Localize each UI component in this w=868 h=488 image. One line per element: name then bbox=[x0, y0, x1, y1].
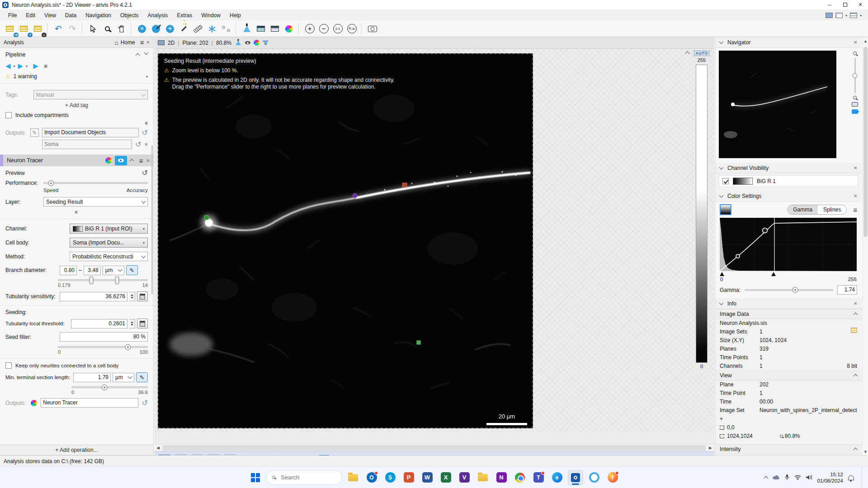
scroll-down-icon[interactable]: ▼ bbox=[863, 448, 868, 455]
edge-icon[interactable]: e bbox=[549, 470, 565, 485]
pipeline-forward-button[interactable]: ▶ bbox=[18, 62, 24, 70]
redo-button[interactable]: ↷ bbox=[66, 22, 79, 36]
minimize-button[interactable]: ─ bbox=[822, 0, 837, 10]
hidden-icons-chevron[interactable] bbox=[764, 475, 768, 480]
zoom-in-button[interactable]: + bbox=[303, 22, 316, 36]
branch-min-input[interactable]: 0.80 bbox=[60, 266, 77, 275]
file-explorer-icon[interactable] bbox=[345, 470, 361, 485]
seed-marker-purple[interactable] bbox=[353, 193, 357, 198]
snapshot-button[interactable] bbox=[366, 22, 379, 36]
navigator-zoom-out-icon[interactable] bbox=[853, 96, 857, 99]
method-select[interactable]: Probabilistic Reconstructi bbox=[70, 252, 148, 261]
start-button[interactable] bbox=[248, 470, 263, 485]
add-operation-button[interactable]: + Add operation... bbox=[0, 445, 153, 455]
menu-analysis[interactable]: Analysis bbox=[143, 11, 173, 20]
menu-objects[interactable]: Objects bbox=[116, 11, 143, 20]
taskbar-search[interactable] bbox=[266, 470, 342, 485]
soma-remove-icon[interactable]: × bbox=[144, 141, 148, 148]
menu-data[interactable]: Data bbox=[61, 11, 81, 20]
back-caret-icon[interactable]: ▾ bbox=[14, 64, 15, 68]
tab-color-icon[interactable] bbox=[254, 40, 259, 46]
channel-visibility-close-icon[interactable]: × bbox=[854, 164, 857, 171]
color-settings-button[interactable] bbox=[282, 22, 296, 36]
color-settings-close-icon[interactable]: × bbox=[854, 192, 857, 199]
info-close-icon[interactable]: × bbox=[854, 300, 857, 307]
tab-analysis-flask-icon[interactable] bbox=[236, 40, 241, 45]
excel-icon[interactable]: X bbox=[438, 470, 453, 485]
operation-expand-icon[interactable]: » bbox=[73, 211, 80, 213]
menu-help[interactable]: Help bbox=[225, 11, 245, 20]
channel-checkbox[interactable] bbox=[722, 178, 729, 184]
seed-filter-input[interactable]: 80 % bbox=[60, 332, 148, 342]
operation-collapse-icon[interactable] bbox=[129, 159, 134, 164]
panel-dropdown-caret-icon[interactable]: ▾ bbox=[860, 14, 862, 18]
viewer-layout-grid-icon[interactable] bbox=[835, 13, 843, 18]
navigator-snapshot-icon[interactable] bbox=[852, 102, 858, 107]
seed-marker-green-2[interactable] bbox=[417, 341, 420, 344]
range-min-marker[interactable] bbox=[720, 272, 724, 276]
scroll-right-icon[interactable]: ▶ bbox=[707, 444, 714, 452]
scrollbar-thumb[interactable] bbox=[163, 445, 706, 451]
view-collapse-icon[interactable] bbox=[854, 374, 858, 379]
pipeline-run-button[interactable]: ▶ bbox=[33, 62, 38, 70]
output-objects-field[interactable]: Import Document Objects bbox=[42, 128, 139, 137]
word-icon[interactable]: W bbox=[420, 470, 435, 485]
section-expand-icon[interactable]: » bbox=[143, 122, 150, 124]
viewer-tab-mode[interactable]: 2D bbox=[168, 40, 175, 46]
image-data-subheader[interactable]: Image Data bbox=[715, 309, 862, 319]
wifi-icon[interactable] bbox=[794, 475, 801, 480]
zoom-tool-button[interactable] bbox=[100, 22, 114, 36]
tubularity-spinner[interactable] bbox=[129, 292, 135, 301]
powerpoint-icon[interactable]: P bbox=[401, 470, 416, 485]
cell-body-select[interactable]: Soma (Import Docu... ▾ bbox=[70, 238, 148, 248]
navigator-movie-icon[interactable] bbox=[852, 109, 858, 114]
min-terminal-pick-button[interactable]: ✎ bbox=[136, 372, 148, 382]
menu-view[interactable]: View bbox=[40, 11, 61, 20]
operation-color-icon[interactable] bbox=[105, 157, 112, 164]
min-terminal-input[interactable]: 1.79 bbox=[73, 373, 111, 382]
scroll-up-icon[interactable]: ▲ bbox=[863, 37, 868, 45]
navigator-collapse-icon[interactable] bbox=[719, 39, 724, 44]
channel-row[interactable]: BiG R 1 bbox=[719, 175, 858, 187]
close-document-button[interactable]: × bbox=[31, 22, 44, 36]
transform-object-tool-button[interactable]: ✛ bbox=[163, 22, 177, 36]
onedrive-icon[interactable] bbox=[773, 475, 780, 480]
magic-wand-tool-button[interactable] bbox=[177, 22, 191, 36]
image-sets-icon[interactable] bbox=[851, 328, 857, 333]
splitter-layout-icon[interactable] bbox=[850, 13, 857, 18]
lut-gradient-bar[interactable] bbox=[696, 65, 708, 363]
onenote-icon[interactable]: N bbox=[494, 470, 509, 485]
teams-icon[interactable]: T bbox=[531, 470, 546, 485]
forward-caret-icon[interactable]: ▾ bbox=[26, 64, 28, 68]
splines-tab[interactable]: Splines bbox=[818, 205, 846, 214]
new-object-tool-button[interactable]: ✕ bbox=[135, 22, 149, 36]
notification-bell-icon[interactable] bbox=[848, 475, 854, 480]
right-panel-scrollbar[interactable]: ▲ ▼ bbox=[862, 37, 868, 455]
arivis-app-icon[interactable] bbox=[568, 470, 583, 485]
search-input[interactable] bbox=[281, 474, 326, 481]
layout-dropdown-caret-icon[interactable]: ▾ bbox=[845, 14, 847, 18]
pan-tool-button[interactable] bbox=[114, 22, 128, 36]
maximize-button[interactable] bbox=[837, 0, 853, 10]
navigator-zoom-slider[interactable] bbox=[854, 58, 856, 93]
folder-icon[interactable] bbox=[475, 470, 491, 485]
skype-icon[interactable]: S bbox=[382, 470, 398, 485]
zoom-out-button[interactable]: − bbox=[317, 22, 330, 36]
layer-select[interactable]: Seeding Result bbox=[43, 197, 148, 206]
close-button[interactable]: ✕ bbox=[853, 0, 868, 10]
tubularity-calc-button[interactable] bbox=[137, 291, 148, 301]
navigator-close-icon[interactable]: × bbox=[854, 39, 857, 46]
gamma-value-input[interactable]: 1.74 bbox=[837, 285, 857, 295]
scroll-left-icon[interactable]: ◀ bbox=[154, 444, 162, 452]
image-canvas[interactable]: 20 µm Seeding Result (intermediate previ… bbox=[158, 53, 533, 428]
menu-file[interactable]: File bbox=[4, 11, 21, 20]
draw-object-tool-button[interactable] bbox=[149, 22, 163, 36]
left-panel-scrollbar[interactable] bbox=[151, 145, 153, 295]
performance-slider[interactable] bbox=[43, 182, 148, 184]
auto-contrast-button[interactable]: AUTO bbox=[694, 51, 709, 56]
volume-icon[interactable] bbox=[806, 475, 812, 480]
operation-visibility-button[interactable] bbox=[115, 156, 127, 165]
gamma-slider[interactable] bbox=[745, 289, 833, 291]
seed-marker-red[interactable] bbox=[402, 183, 407, 187]
outlook-icon[interactable]: O bbox=[364, 470, 379, 485]
